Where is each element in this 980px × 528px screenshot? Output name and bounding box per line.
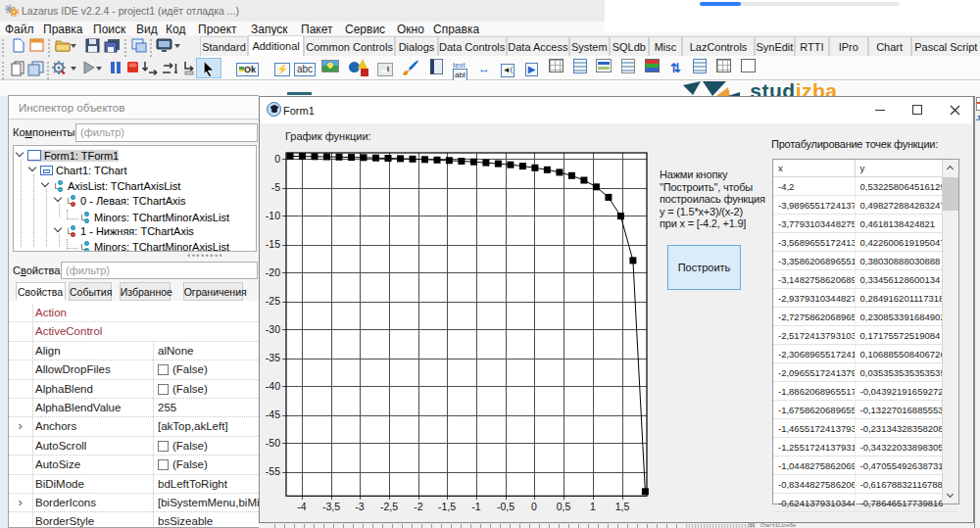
svg-text:-3,5: -3,5 (322, 501, 340, 512)
svg-text:-10: -10 (266, 210, 280, 221)
svg-text:-35: -35 (266, 352, 280, 363)
svg-text:1,5: 1,5 (615, 501, 630, 512)
svg-text:-0,5: -0,5 (497, 501, 514, 512)
svg-text:-50: -50 (266, 437, 280, 449)
svg-text:-30: -30 (266, 323, 280, 335)
svg-text:-20: -20 (266, 266, 280, 278)
svg-text:-1,5: -1,5 (438, 501, 456, 512)
svg-text:0: 0 (274, 153, 280, 165)
svg-text:-5: -5 (271, 181, 280, 193)
svg-text:0: 0 (531, 501, 537, 512)
svg-text:-25: -25 (266, 295, 280, 307)
svg-text:-2,5: -2,5 (380, 501, 398, 512)
svg-text:-1: -1 (471, 501, 480, 512)
svg-text:-2: -2 (414, 501, 422, 512)
svg-text:0,5: 0,5 (557, 501, 571, 512)
svg-text:-3: -3 (355, 501, 364, 512)
svg-text:-4: -4 (297, 501, 306, 512)
svg-text:-55: -55 (266, 465, 280, 477)
svg-text:-40: -40 (266, 380, 280, 392)
svg-text:-45: -45 (266, 408, 280, 420)
svg-text:1: 1 (590, 501, 596, 512)
svg-text:-15: -15 (266, 238, 280, 250)
